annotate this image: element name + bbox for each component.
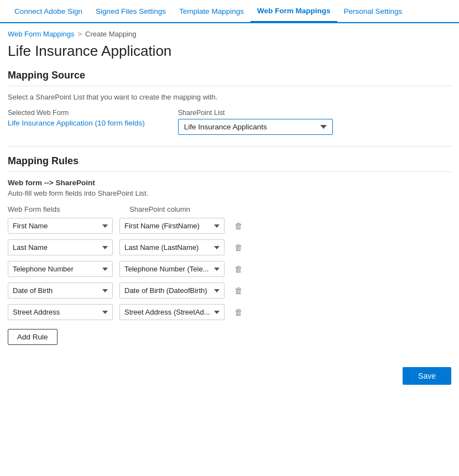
rule-row: First Name Last Name Telephone Number Da… xyxy=(8,239,451,255)
web-form-fields-header: Web Form fields xyxy=(8,205,118,213)
save-button[interactable]: Save xyxy=(403,367,451,385)
sharepoint-column-header: SharePoint column xyxy=(129,205,240,213)
page-footer: Save xyxy=(0,356,459,393)
rule-row: First Name Last Name Telephone Number Da… xyxy=(8,304,451,320)
rules-subtitle: Web form --> SharePoint xyxy=(8,179,451,187)
nav-signed-files-settings[interactable]: Signed Files Settings xyxy=(89,0,173,22)
trash-icon-0 xyxy=(234,221,243,231)
nav-personal-settings[interactable]: Personal Settings xyxy=(337,0,409,22)
section-divider xyxy=(8,146,451,147)
trash-icon-3 xyxy=(234,286,243,296)
mapping-source-title: Mapping Source xyxy=(8,70,451,86)
breadcrumb: Web Form Mappings > Create Mapping xyxy=(0,23,459,40)
web-form-field-select-4[interactable]: First Name Last Name Telephone Number Da… xyxy=(8,304,113,320)
sharepoint-column-select-3[interactable]: First Name (FirstName) Last Name (LastNa… xyxy=(119,283,225,299)
nav-web-form-mappings[interactable]: Web Form Mappings xyxy=(251,1,337,23)
sharepoint-column-select-2[interactable]: First Name (FirstName) Last Name (LastNa… xyxy=(119,261,225,277)
delete-rule-button-4[interactable] xyxy=(231,306,246,318)
page-title: Life Insurance Application xyxy=(0,40,459,70)
rules-desc: Auto-fill web form fields into SharePoin… xyxy=(8,189,451,197)
breadcrumb-separator: > xyxy=(77,30,82,38)
sharepoint-column-select-1[interactable]: First Name (FirstName) Last Name (LastNa… xyxy=(119,239,225,255)
mapping-source-section: Mapping Source Select a SharePoint List … xyxy=(0,70,459,146)
web-form-field-select-0[interactable]: First Name Last Name Telephone Number Da… xyxy=(8,218,113,234)
nav-template-mappings[interactable]: Template Mappings xyxy=(173,0,251,22)
trash-icon-1 xyxy=(234,243,243,253)
trash-icon-2 xyxy=(234,264,243,274)
breadcrumb-current: Create Mapping xyxy=(85,30,137,38)
delete-rule-button-0[interactable] xyxy=(231,220,246,232)
rules-column-headers: Web Form fields SharePoint column xyxy=(8,205,451,213)
web-form-field-select-2[interactable]: First Name Last Name Telephone Number Da… xyxy=(8,261,113,277)
rule-row: First Name Last Name Telephone Number Da… xyxy=(8,283,451,299)
sharepoint-column-select-4[interactable]: First Name (FirstName) Last Name (LastNa… xyxy=(119,304,225,320)
selected-web-form-col: Selected Web Form Life Insurance Applica… xyxy=(8,109,145,127)
mapping-rules-section: Mapping Rules Web form --> SharePoint Au… xyxy=(0,155,459,356)
web-form-link[interactable]: Life Insurance Application (10 form fiel… xyxy=(8,119,145,127)
mapping-source-desc: Select a SharePoint List that you want t… xyxy=(8,93,451,101)
web-form-field-select-3[interactable]: First Name Last Name Telephone Number Da… xyxy=(8,283,113,299)
delete-rule-button-1[interactable] xyxy=(231,242,246,254)
selected-web-form-label: Selected Web Form xyxy=(8,109,145,117)
delete-rule-button-2[interactable] xyxy=(231,263,246,275)
nav-connect-adobe-sign[interactable]: Connect Adobe Sign xyxy=(8,0,89,22)
rule-row: First Name Last Name Telephone Number Da… xyxy=(8,218,451,234)
breadcrumb-parent[interactable]: Web Form Mappings xyxy=(8,30,74,38)
trash-icon-4 xyxy=(234,307,243,317)
add-rule-button[interactable]: Add Rule xyxy=(8,329,58,345)
sharepoint-list-select[interactable]: Life Insurance Applicants Life Insurance… xyxy=(178,119,333,135)
mapping-source-row: Selected Web Form Life Insurance Applica… xyxy=(8,109,451,135)
delete-rule-button-3[interactable] xyxy=(231,285,246,297)
sharepoint-list-col: SharePoint List Life Insurance Applicant… xyxy=(178,109,333,135)
sharepoint-list-label: SharePoint List xyxy=(178,109,333,117)
sharepoint-column-select-0[interactable]: First Name (FirstName) Last Name (LastNa… xyxy=(119,218,225,234)
web-form-field-select-1[interactable]: First Name Last Name Telephone Number Da… xyxy=(8,239,113,255)
mapping-rules-title: Mapping Rules xyxy=(8,155,451,172)
top-navigation: Connect Adobe Sign Signed Files Settings… xyxy=(0,0,459,23)
rule-row: First Name Last Name Telephone Number Da… xyxy=(8,261,451,277)
